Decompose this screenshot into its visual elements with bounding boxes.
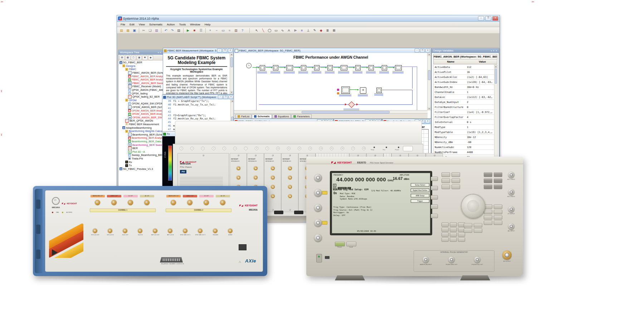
close-button[interactable]: ✕ xyxy=(425,49,430,53)
close-button[interactable]: ✕ xyxy=(229,95,233,99)
variable-row[interactable]: NDensity10e-12 xyxy=(434,135,494,140)
undo-icon[interactable]: ↶ xyxy=(163,28,169,34)
wire-icon[interactable]: ╲ xyxy=(260,28,266,34)
menu-tools[interactable]: Tools xyxy=(177,23,188,26)
tree-item[interactable]: ∿BER_QPSK_AWGN xyxy=(118,119,163,123)
panel-pin-icon[interactable]: 🖈 xyxy=(493,50,495,52)
tree-item[interactable]: ◆Beamforming_BER Sweep (Paramete xyxy=(118,143,163,147)
minimize-button[interactable]: ─ xyxy=(478,16,484,21)
maximize-button[interactable]: ❐ xyxy=(485,16,491,21)
tab-equations[interactable]: Equations xyxy=(272,114,291,118)
variable-row[interactable]: ActiveSubcIndex(1x128) [-64,-63… xyxy=(434,80,494,85)
ground-icon[interactable]: ⊥ xyxy=(305,28,311,34)
variable-row[interactable]: ActiveData112 xyxy=(434,65,494,70)
variable-row[interactable]: DataLoc(1x112) [-63,-62… xyxy=(434,95,494,100)
vertical-scrollbar[interactable]: ▲▼ xyxy=(230,53,233,94)
close-button[interactable]: ✕ xyxy=(228,49,233,53)
minimize-button[interactable]: ─ xyxy=(217,49,222,53)
tune-icon[interactable]: ☰ xyxy=(198,28,204,34)
variable-row[interactable]: NumActiveSubc128 xyxy=(434,145,494,150)
panel-menu-icon[interactable]: ▾ xyxy=(491,49,492,52)
tree-item[interactable]: ▤OFDM_4QAM_SW (OFDM_AWGN_ xyxy=(118,102,163,105)
minimize-button[interactable]: ─ xyxy=(218,95,223,99)
tab-parameters[interactable]: Parameters xyxy=(291,114,312,118)
open-item-icon[interactable]: ▦ xyxy=(125,55,130,60)
tree-item[interactable]: ▤FBMC_AWGN_BER Analysis_FBMC_ xyxy=(118,78,163,82)
tree-item[interactable]: ◍AdaptiveBeamforming xyxy=(118,126,163,129)
tree-item[interactable]: ▦Beamforming_BER Analysis (Beamfor xyxy=(118,136,163,140)
ellipse-icon[interactable]: ◯ xyxy=(267,28,273,34)
align-icon[interactable]: ⊞ xyxy=(331,28,337,34)
tree-item[interactable]: ∿Rx xyxy=(118,160,163,164)
tree-item[interactable]: ▤QPSK_AWGN (FBMC_AWGN_BER S xyxy=(118,88,163,92)
variable-row[interactable]: ModTypeTable(1x19) [1,2,3,4,… xyxy=(434,130,494,135)
redo-icon[interactable]: ↷ xyxy=(169,28,175,34)
tree-item[interactable]: ▤QPSK_fading xyxy=(118,92,163,95)
folder-icon[interactable]: ◫ xyxy=(131,55,136,60)
maximize-button[interactable]: ❐ xyxy=(223,49,227,53)
options-icon[interactable]: ◆ xyxy=(148,55,153,60)
tree-item[interactable]: ≡FBMC BER Measurement xyxy=(118,123,163,126)
variable-row[interactable]: ActiveSubcAlloc(1x2) [-64,63] xyxy=(434,75,494,80)
zoom-fit-icon[interactable]: ▭ xyxy=(220,28,226,34)
add-design-icon[interactable]: ▣ xyxy=(137,55,142,60)
design-variables-header[interactable]: Design Variables ▾ 🖈 ✕ xyxy=(432,48,499,53)
tree-item[interactable]: ▷FBMC_Receiver (Model) xyxy=(118,85,163,88)
tree-item[interactable]: ∿QPSK_fading_B2_BER xyxy=(118,95,163,99)
tree-item[interactable]: ◆FBMC_AWGN_BER Sweep1 (Param xyxy=(118,82,163,85)
rect-icon[interactable]: ▭ xyxy=(273,28,279,34)
workspace-tree-header[interactable]: Workspace Tree ▾ ✕ xyxy=(118,50,163,55)
grid-icon[interactable]: ⌗ xyxy=(226,28,233,34)
layers-icon[interactable]: ≣ xyxy=(325,28,331,34)
close-button[interactable]: ✕ xyxy=(492,16,498,21)
window-title-bar[interactable]: Plot 3D (MATLAB® Script™) (Workspace: Ad… xyxy=(162,95,234,100)
tree-item[interactable]: ∿BER xyxy=(118,147,163,150)
part-icon[interactable]: ⊳ xyxy=(292,28,298,34)
minimize-button[interactable]: ─ xyxy=(415,49,419,53)
save-icon[interactable]: ▣ xyxy=(131,28,137,34)
tree-item[interactable]: ▮OFDM xyxy=(118,99,163,102)
tree-item[interactable]: ▲Plot 3D ~A xyxy=(118,150,163,153)
tree-item[interactable]: ▦FBMC_AWGN_BER Analysis (FBMC xyxy=(118,74,163,78)
menu-edit[interactable]: Edit xyxy=(127,23,137,26)
library-icon[interactable]: ▥ xyxy=(233,28,239,34)
tree-item[interactable]: ◍5G_FBMC_BER xyxy=(118,61,163,64)
maximize-button[interactable]: ❐ xyxy=(420,49,425,53)
select-icon[interactable]: ↖ xyxy=(254,28,260,34)
vertical-scrollbar[interactable]: ▲▼ xyxy=(427,53,431,111)
variable-row[interactable]: FilterOverlapFactor4 xyxy=(434,115,494,120)
new-icon[interactable]: ▤ xyxy=(118,28,125,34)
zoom-in-icon[interactable]: + xyxy=(207,28,213,34)
polyline-icon[interactable]: ∿ xyxy=(279,28,286,34)
variable-row[interactable]: DataSym_NumInput2 xyxy=(434,100,494,105)
title-bar[interactable]: S SystemVue 2014.10 Alpha ─ ❐ ✕ xyxy=(117,15,499,22)
cut-icon[interactable]: ✂ xyxy=(141,28,147,34)
menu-action[interactable]: Action xyxy=(165,23,177,26)
text-icon[interactable]: A xyxy=(286,28,292,34)
bus-icon[interactable]: ≡ xyxy=(299,28,305,34)
paste-icon[interactable]: ▥ xyxy=(153,28,160,34)
variable-row[interactable]: FilterCoef(1x4) [1,-0.972,… xyxy=(434,110,494,115)
panel-close-icon[interactable]: ✕ xyxy=(160,51,161,54)
tab-schematic[interactable]: Schematic xyxy=(252,114,272,118)
tree-item[interactable]: ▤OFDM_AWGN_BER Analysis_OFDM xyxy=(118,112,163,116)
color-icon[interactable]: ◆ xyxy=(318,28,324,34)
close-button[interactable]: ✕ xyxy=(425,119,430,123)
menu-help[interactable]: Help xyxy=(203,23,213,26)
tree-item[interactable]: ◆OFDM_AWGN_BER_SW (Parameter xyxy=(118,116,163,119)
menu-file[interactable]: File xyxy=(118,23,127,26)
tree-item[interactable]: ▤Sweep_Beamforming_BER_Data xyxy=(118,153,163,157)
copy-icon[interactable]: ❏ xyxy=(147,28,153,34)
variable-row[interactable]: NDensity_dBm-80 xyxy=(434,140,494,145)
zoom-out-icon[interactable]: − xyxy=(214,28,220,34)
tree-item[interactable]: ▷Beamforming_BER (Schematic) xyxy=(118,133,163,136)
variable-row[interactable]: IdleInterval0 s xyxy=(434,120,494,125)
annotate-icon[interactable]: ✎ xyxy=(312,28,318,34)
menu-window[interactable]: Window xyxy=(188,23,202,26)
window-title-bar[interactable]: FBMC BER Measurement (Workspace: 5G_FBMC… xyxy=(163,48,233,53)
delete-icon[interactable]: ✖ xyxy=(142,55,147,60)
open-icon[interactable]: ▦ xyxy=(125,28,131,34)
tree-item[interactable]: ◍5G_FBMC_Preview_V1.3 xyxy=(118,167,163,171)
tree-item[interactable]: ▮FBMC xyxy=(118,68,163,71)
tree-item[interactable]: ▮Beamforming Weights Calculation xyxy=(118,129,163,133)
